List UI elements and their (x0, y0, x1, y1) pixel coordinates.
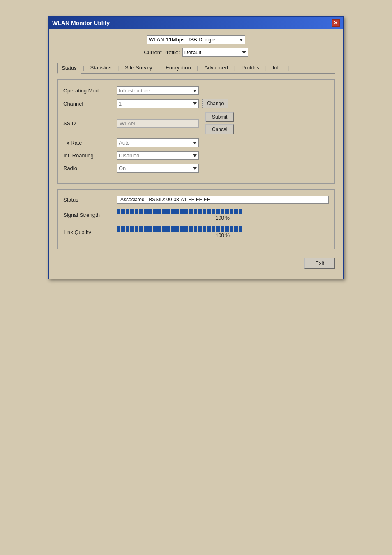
txrate-row: Tx Rate Auto (63, 138, 329, 147)
link-segment (166, 226, 170, 232)
change-button[interactable]: Change (202, 99, 228, 108)
link-segment (180, 226, 184, 232)
signal-segment (130, 209, 134, 214)
link-segment (216, 226, 220, 232)
txrate-control: Auto (117, 138, 329, 147)
channel-select[interactable]: 1 (117, 99, 199, 108)
signal-segment (216, 209, 220, 214)
link-bar (117, 226, 329, 232)
signal-segment (126, 209, 129, 214)
signal-segment (212, 209, 215, 214)
link-segment (184, 226, 188, 232)
signal-segment (180, 209, 184, 214)
status-panel: Status Associated - BSSID: 00-08-A1-FF-F… (57, 189, 335, 249)
link-segment (198, 226, 202, 232)
connection-status-row: Status Associated - BSSID: 00-08-A1-FF-F… (63, 196, 329, 204)
link-segment (189, 226, 193, 232)
link-bar-container: 100 % (117, 226, 329, 238)
signal-segment (171, 209, 175, 214)
tab-encryption[interactable]: Encryption (161, 62, 195, 73)
operating-mode-label: Operating Mode (63, 88, 117, 94)
channel-control: 1 Change (117, 99, 329, 108)
title-bar: WLAN Monitor Utility ✕ (49, 17, 343, 29)
link-segment (194, 226, 197, 232)
signal-segment (203, 209, 206, 214)
signal-row: Signal Strength 100 % (63, 209, 329, 221)
roaming-select[interactable]: Disabled (117, 151, 199, 160)
link-segment (130, 226, 134, 232)
signal-bar-container: 100 % (117, 209, 329, 221)
signal-segment (221, 209, 224, 214)
link-segment (175, 226, 179, 232)
signal-segment (162, 209, 166, 214)
settings-panel: Operating Mode Infrastructure Channel 1 (57, 79, 335, 184)
link-segment (225, 226, 229, 232)
radio-control: On (117, 164, 329, 173)
link-segment (234, 226, 238, 232)
connection-status-value: Associated - BSSID: 00-08-A1-FF-FF-FE (117, 196, 329, 204)
signal-segment (194, 209, 197, 214)
profile-label: Current Profile: (144, 49, 180, 55)
link-segment (153, 226, 157, 232)
signal-segment (139, 209, 143, 214)
ssid-row: SSID Submit Cancel (63, 112, 329, 134)
radio-row: Radio On (63, 164, 329, 173)
channel-row: Channel 1 Change (63, 99, 329, 108)
signal-segment (239, 209, 242, 214)
signal-segment (153, 209, 157, 214)
link-segment (212, 226, 215, 232)
link-segment (203, 226, 206, 232)
tab-sep-1: | (81, 64, 86, 71)
channel-label: Channel (63, 101, 117, 107)
radio-label: Radio (63, 165, 117, 171)
signal-segment (144, 209, 148, 214)
roaming-control: Disabled (117, 151, 329, 160)
signal-segment (189, 209, 193, 214)
submit-button[interactable]: Submit (205, 112, 234, 122)
signal-segment (184, 209, 188, 214)
link-segment (239, 226, 242, 232)
tabs-row: Status | Statistics | Site Survey | Encr… (57, 62, 335, 74)
radio-select[interactable]: On (117, 164, 199, 173)
ssid-input[interactable] (117, 119, 199, 128)
signal-segment (135, 209, 138, 214)
tab-sep-3: | (157, 64, 161, 71)
link-segment (221, 226, 224, 232)
link-segment (162, 226, 166, 232)
txrate-select[interactable]: Auto (117, 138, 199, 147)
roaming-label: Int. Roaming (63, 152, 117, 159)
tab-sep-7: | (286, 64, 291, 71)
link-segment (230, 226, 233, 232)
tab-advanced[interactable]: Advanced (200, 62, 233, 73)
close-icon: ✕ (334, 20, 338, 26)
signal-segment (207, 209, 211, 214)
signal-segment (234, 209, 238, 214)
window-title: WLAN Monitor Utility (52, 20, 110, 26)
tab-status[interactable]: Status (57, 63, 81, 74)
link-segment (157, 226, 161, 232)
device-row: WLAN 11Mbps USB Dongle (57, 35, 335, 44)
exit-button[interactable]: Exit (304, 258, 335, 269)
operating-mode-select[interactable]: Infrastructure (117, 86, 199, 95)
tab-sep-4: | (196, 64, 200, 71)
submit-cancel-buttons: Submit Cancel (205, 112, 234, 134)
ssid-label: SSID (63, 120, 117, 127)
signal-segment (175, 209, 179, 214)
signal-label: Signal Strength (63, 212, 117, 218)
close-button[interactable]: ✕ (332, 19, 340, 27)
tab-info[interactable]: Info (268, 62, 286, 73)
link-segment (148, 226, 152, 232)
link-segment (171, 226, 175, 232)
device-select[interactable]: WLAN 11Mbps USB Dongle (147, 35, 245, 44)
txrate-label: Tx Rate (63, 140, 117, 146)
signal-segment (121, 209, 125, 214)
signal-bar (117, 209, 329, 214)
operating-mode-control: Infrastructure (117, 86, 329, 95)
cancel-button[interactable]: Cancel (205, 124, 234, 134)
signal-segment (166, 209, 170, 214)
tab-statistics[interactable]: Statistics (85, 62, 116, 73)
profile-select[interactable]: Default (182, 48, 248, 57)
tab-profiles[interactable]: Profiles (237, 62, 264, 73)
signal-segment (225, 209, 229, 214)
tab-site-survey[interactable]: Site Survey (120, 62, 157, 73)
